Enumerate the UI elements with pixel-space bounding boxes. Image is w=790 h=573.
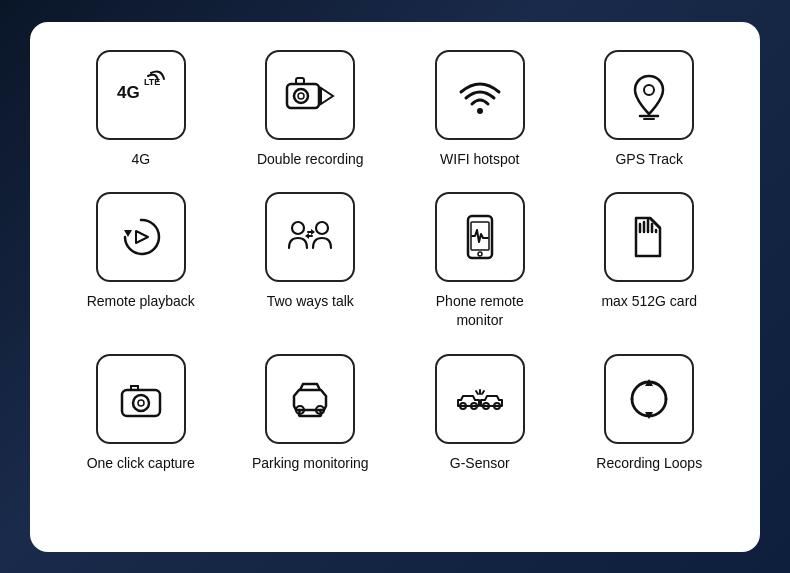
feature-parking: Parking monitoring (232, 354, 390, 473)
svg-rect-5 (296, 78, 304, 84)
feature-sd-card: max 512G card (571, 192, 729, 330)
feature-4g: 4G LTE 4G (62, 50, 220, 169)
icon-box-parking (265, 354, 355, 444)
svg-point-13 (292, 222, 304, 234)
svg-marker-6 (321, 88, 333, 104)
icon-box-sd-card (604, 192, 694, 282)
feature-double-recording: Double recording (232, 50, 390, 169)
wifi-icon (453, 68, 507, 122)
feature-wifi: WIFI hotspot (401, 50, 559, 169)
icon-box-wifi (435, 50, 525, 140)
icon-box-g-sensor (435, 354, 525, 444)
svg-point-8 (644, 85, 654, 95)
svg-point-21 (478, 252, 482, 256)
icon-box-phone-monitor (435, 192, 525, 282)
feature-two-ways-talk: Two ways talk (232, 192, 390, 330)
svg-point-7 (477, 108, 483, 114)
icon-box-4g: 4G LTE (96, 50, 186, 140)
feature-label-g-sensor: G-Sensor (450, 454, 510, 473)
svg-point-30 (138, 400, 144, 406)
icon-box-two-ways-talk (265, 192, 355, 282)
feature-capture: One click capture (62, 354, 220, 473)
feature-label-4g: 4G (131, 150, 150, 169)
feature-label-double-recording: Double recording (257, 150, 364, 169)
double-recording-icon (283, 68, 337, 122)
feature-label-two-ways-talk: Two ways talk (267, 292, 354, 311)
feature-phone-monitor: Phone remote monitor (401, 192, 559, 330)
talk-icon (283, 210, 337, 264)
svg-point-14 (316, 222, 328, 234)
4g-icon: 4G LTE (114, 68, 168, 122)
feature-label-wifi: WIFI hotspot (440, 150, 519, 169)
icon-box-gps (604, 50, 694, 140)
svg-rect-2 (287, 84, 319, 108)
svg-line-38 (476, 391, 478, 394)
feature-label-remote-playback: Remote playback (87, 292, 195, 311)
svg-point-4 (298, 93, 304, 99)
feature-label-sd-card: max 512G card (601, 292, 697, 311)
feature-label-phone-monitor: Phone remote monitor (436, 292, 524, 330)
capture-icon (114, 372, 168, 426)
svg-line-39 (482, 391, 484, 394)
feature-gps: GPS Track (571, 50, 729, 169)
icon-box-recording-loops (604, 354, 694, 444)
feature-label-capture: One click capture (87, 454, 195, 473)
svg-marker-12 (136, 231, 148, 243)
feature-label-gps: GPS Track (615, 150, 683, 169)
parking-icon (283, 372, 337, 426)
feature-remote-playback: Remote playback (62, 192, 220, 330)
sd-card-icon (622, 210, 676, 264)
icon-box-capture (96, 354, 186, 444)
loops-icon (622, 372, 676, 426)
feature-g-sensor: G-Sensor (401, 354, 559, 473)
features-grid: 4G LTE 4G (62, 50, 728, 474)
features-card: 4G LTE 4G (30, 22, 760, 552)
svg-marker-16 (311, 229, 315, 235)
gps-icon (622, 68, 676, 122)
svg-text:4G: 4G (117, 83, 140, 102)
icon-box-remote-playback (96, 192, 186, 282)
feature-recording-loops: Recording Loops (571, 354, 729, 473)
phone-monitor-icon (453, 210, 507, 264)
feature-label-recording-loops: Recording Loops (596, 454, 702, 473)
svg-marker-18 (305, 233, 309, 239)
svg-point-3 (294, 89, 308, 103)
playback-icon (114, 210, 168, 264)
g-sensor-icon (453, 372, 507, 426)
svg-point-29 (133, 395, 149, 411)
feature-label-parking: Parking monitoring (252, 454, 369, 473)
icon-box-double-recording (265, 50, 355, 140)
